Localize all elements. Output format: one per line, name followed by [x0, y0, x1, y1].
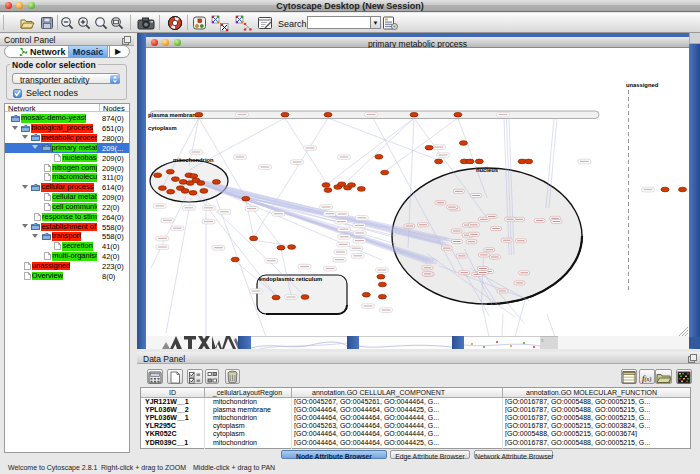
svg-text:plasma membrane: plasma membrane: [148, 112, 200, 118]
svg-text:cytoplasm: cytoplasm: [148, 125, 177, 131]
svg-text:mitochondrion: mitochondrion: [173, 157, 214, 163]
svg-text:endoplasmic reticulum: endoplasmic reticulum: [259, 276, 322, 282]
svg-text:f(x): f(x): [642, 373, 651, 383]
svg-text:nucleus: nucleus: [476, 167, 498, 173]
svg-text:unassigned: unassigned: [626, 82, 659, 88]
